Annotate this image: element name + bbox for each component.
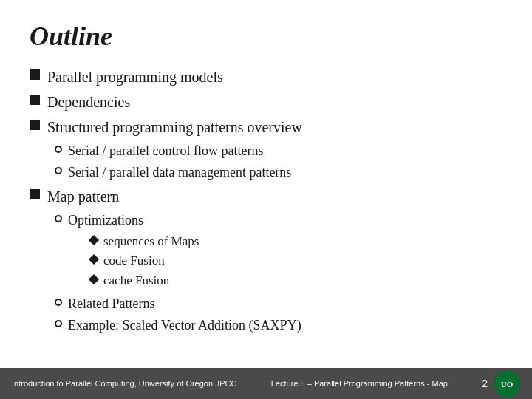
slide-content: Parallel programming models Dependencies… (30, 66, 502, 362)
sub-sub-item-0-text: sequences of Maps (103, 233, 199, 250)
bullet-1: Parallel programming models (30, 66, 502, 87)
bullet-4: Map pattern (30, 186, 502, 207)
circle-bullet-icon (55, 167, 62, 174)
diamond-bullet-icon (89, 274, 99, 284)
circle-bullet-icon (55, 299, 62, 306)
diamond-bullet-icon (89, 254, 99, 265)
sub-sub-item-0: sequences of Maps (90, 233, 199, 250)
sub-item-4-1-text: Related Patterns (68, 295, 154, 313)
footer-center-text: Lecture 5 – Parallel Programming Pattern… (271, 379, 448, 388)
sub-item-3-1: Serial / parallel data management patter… (55, 163, 502, 182)
sub-item-4-2-text: Example: Scaled Vector Addition (SAXPY) (68, 316, 301, 335)
sub-sub-item-1: code Fusion (90, 252, 199, 270)
circle-bullet-icon (55, 320, 62, 327)
bullet-4-sublist: Optimizations sequences of Maps code Fus… (55, 211, 502, 335)
sub-item-4-0-text: Optimizations (68, 213, 143, 228)
circle-bullet-icon (55, 146, 62, 153)
bullet-3: Structured programming patterns overview (30, 117, 502, 137)
sub-sub-item-2-text: cache Fusion (103, 272, 169, 290)
bullet-2: Dependencies (30, 92, 502, 112)
svg-text:UO: UO (501, 380, 514, 389)
sub-item-4-2: Example: Scaled Vector Addition (SAXPY) (55, 316, 502, 335)
sub-item-3-0: Serial / parallel control flow patterns (55, 142, 502, 160)
slide: Outline Parallel programming models Depe… (0, 0, 532, 399)
bullet-3-sublist: Serial / parallel control flow patterns … (55, 142, 502, 182)
bullet-4-text: Map pattern (47, 186, 119, 207)
page-number: 2 (482, 378, 488, 389)
uo-logo: UO (494, 370, 520, 397)
bullet-square-icon (30, 69, 40, 80)
sub-item-4-0: Optimizations sequences of Maps code Fus… (55, 211, 502, 292)
bullet-square-icon (30, 95, 40, 105)
bullet-square-icon (30, 189, 40, 200)
sub-item-4-1: Related Patterns (55, 295, 502, 313)
footer-left-text: Introduction to Parallel Computing, Univ… (12, 379, 236, 388)
bullet-2-text: Dependencies (47, 92, 130, 112)
sub-item-3-0-text: Serial / parallel control flow patterns (68, 142, 263, 160)
sub-sub-item-2: cache Fusion (90, 272, 199, 290)
bullet-1-text: Parallel programming models (47, 66, 223, 87)
bullet-3-text: Structured programming patterns overview (47, 117, 302, 137)
footer-right: 2 UO (482, 370, 520, 397)
footer: Introduction to Parallel Computing, Univ… (0, 368, 532, 399)
diamond-bullet-icon (89, 234, 99, 245)
circle-bullet-icon (55, 215, 62, 222)
sub-sub-item-1-text: code Fusion (103, 252, 165, 270)
sub-sub-list: sequences of Maps code Fusion cache Fusi… (90, 233, 199, 290)
bullet-square-icon (30, 120, 40, 130)
slide-title: Outline (30, 21, 502, 52)
sub-item-3-1-text: Serial / parallel data management patter… (68, 163, 291, 182)
